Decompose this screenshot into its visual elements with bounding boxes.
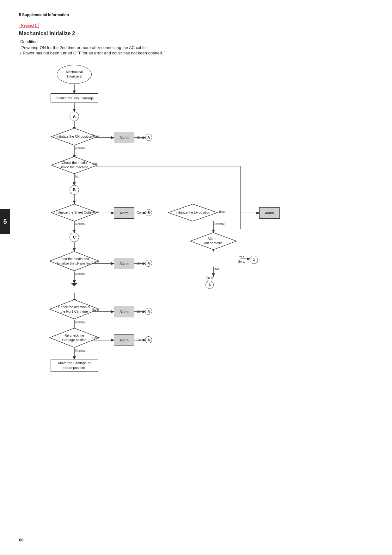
- yes-goto-c-yes: Yes: [239, 255, 244, 259]
- alarm5-rect: Alarm: [114, 306, 134, 317]
- goto-a3-text: Go to: [137, 262, 144, 265]
- cr-normal-label: Normal: [75, 147, 85, 150]
- start-node: MechanicalInitialize 2: [57, 65, 92, 84]
- check-cartridge-label: Check the direction ofthe No.1 Cartridge: [58, 305, 90, 314]
- recheck-normal-label: Normal: [75, 349, 85, 352]
- alarm6-label: Alarm: [119, 338, 129, 342]
- goto-a5-circle: A: [145, 336, 152, 343]
- check-cartridge-diamond: Check the direction ofthe No.1 Cartridge: [49, 299, 100, 320]
- condition-line1: ·Powering ON for the 2nd time or more af…: [20, 45, 373, 50]
- yes-goto-c-group: Yes Go to: [238, 255, 245, 263]
- circle-a1: A: [70, 112, 79, 121]
- move-carriage-label: Move the Carriage tohome position: [58, 361, 91, 371]
- check-media-yes-label: Yes: [92, 162, 97, 166]
- svg-marker-25: [71, 283, 77, 286]
- cr-position-diamond: Initialize the CR position: [51, 128, 98, 146]
- circle-c2: C: [250, 256, 258, 264]
- initialize-tool-label: Intialize the Tool Carriage: [55, 96, 94, 100]
- goto-a3-group: Go to A: [137, 260, 152, 267]
- cr-position-label: Initialize the CR position: [57, 134, 92, 139]
- alarm-oom-diamond: Alarm =out of media: [190, 232, 237, 250]
- goto-a1-group: Go to A: [137, 134, 152, 141]
- start-label: MechanicalInitialize 2: [66, 70, 83, 78]
- alarm3-rect: Alarm: [259, 207, 280, 219]
- sheet-cutter-normal-label: Normal: [75, 222, 85, 226]
- lf-position-label: Initialize the LF position: [175, 210, 210, 215]
- lf-error-label: Error: [219, 210, 226, 213]
- alarm3-label: Alarm: [265, 211, 274, 215]
- initialize-tool-rect: Intialize the Tool Carriage: [51, 93, 98, 103]
- goto-a4-group: Go to A: [137, 308, 152, 315]
- goto-a4-circle: A: [145, 308, 152, 315]
- alarm5-label: Alarm: [119, 310, 129, 314]
- section-title: Mechanical Initialize 2: [19, 30, 373, 37]
- oom-no-label: No: [215, 267, 219, 271]
- goto-a5-group: Go to A: [137, 336, 152, 343]
- alarm2-label: Alarm: [119, 211, 129, 215]
- flowchart: MechanicalInitialize 2 Intialize the Too…: [19, 62, 303, 473]
- lf-normal-label: Normal: [214, 222, 224, 226]
- lf-position-diamond: Initialize the LF position: [168, 203, 218, 222]
- goto-b-group: Go to B: [137, 209, 152, 216]
- yes-goto-c-text: Go to: [238, 260, 245, 263]
- cartridge-error-label: Error: [92, 308, 99, 311]
- page-footer: 68: [19, 535, 373, 542]
- goto-b-circle: B: [145, 209, 152, 216]
- sheet-cutter-error-label: Error: [92, 210, 99, 213]
- check-media-no-label: No: [75, 175, 79, 178]
- condition-line2: ( Power has not been turned OFF for an e…: [20, 51, 373, 55]
- alarm2-rect: Alarm: [114, 207, 134, 219]
- alarm6-rect: Alarm: [114, 334, 134, 346]
- move-carriage-rect: Move the Carriage tohome position: [51, 359, 98, 372]
- circle-b: B: [70, 185, 79, 195]
- cartridge-normal-label: Normal: [75, 321, 85, 324]
- page-number: 68: [19, 538, 23, 542]
- circle-c: C: [70, 233, 79, 242]
- alarm1-label: Alarm: [119, 136, 129, 140]
- revised-badge: Revised 1: [19, 23, 39, 28]
- sheet-cutter-label: Initialize the Sheet Cutter: [56, 210, 93, 215]
- recheck-carriage-label: Re-check theCarriage positon: [62, 334, 86, 342]
- check-media-label: Check the mediainside the machine: [60, 161, 88, 169]
- alarm4-rect: Alarm: [114, 258, 134, 269]
- feed-media-error-label: Error: [92, 260, 99, 264]
- section-header: 5 Supplemental Information: [19, 13, 373, 17]
- goto-a2-circle: A: [205, 281, 214, 289]
- cr-error-label: Error: [92, 134, 99, 137]
- feed-media-normal-label: Normal: [75, 272, 85, 276]
- goto-a3-circle: A: [145, 260, 152, 267]
- condition-label: Condition: [20, 39, 373, 44]
- sidebar-label: 5: [0, 209, 10, 234]
- goto-b-text: Go to: [137, 211, 144, 215]
- alarm1-rect: Alarm: [114, 132, 134, 143]
- goto-a5-text: Go to: [137, 338, 144, 342]
- feed-media-diamond: Feed the media andInitialize the LF posi…: [49, 251, 100, 271]
- alarm-oom-label: Alarm =out of media: [204, 237, 223, 245]
- sheet-cutter-diamond: Initialize the Sheet Cutter: [51, 203, 98, 222]
- goto-a1-text: Go to: [137, 136, 144, 139]
- goto-a2-text: Go to: [206, 276, 213, 280]
- goto-a1-circle: A: [145, 134, 152, 141]
- goto-a2-group: Go to A: [205, 276, 214, 289]
- feed-media-label: Feed the media andInitialize the LF posi…: [57, 257, 92, 265]
- alarm4-label: Alarm: [119, 262, 129, 265]
- recheck-error-label: Error: [92, 336, 99, 340]
- goto-a4-text: Go to: [137, 310, 144, 313]
- check-media-diamond: Check the mediainside the machine: [51, 156, 98, 174]
- recheck-carriage-diamond: Re-check theCarriage positon: [49, 327, 100, 348]
